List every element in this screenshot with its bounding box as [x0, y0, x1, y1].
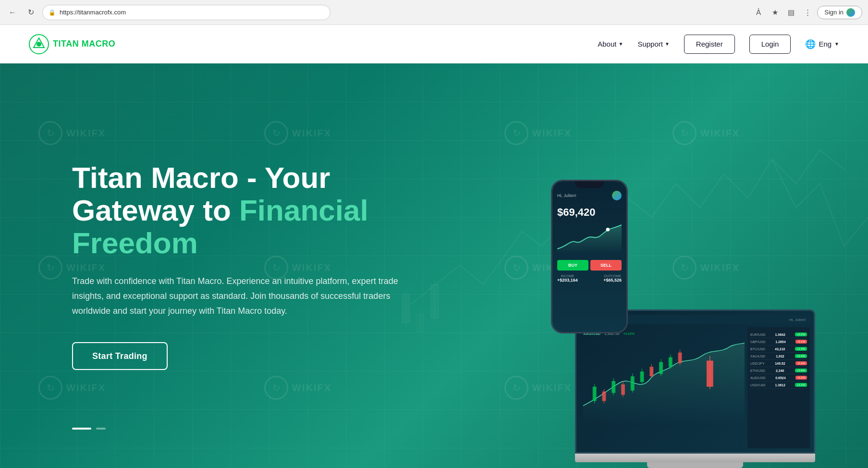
phone-avatar: [612, 191, 622, 200]
nav-support[interactable]: Support ▼: [637, 40, 669, 48]
phone-balance: $69,420: [557, 206, 622, 219]
hero-title: Titan Macro - Your Gateway to Financial …: [72, 161, 399, 260]
phone-screen: Hi, Julien! $69,420: [552, 181, 626, 332]
screen-right-panel: EUR/USD 1.0842 +0.2% GBP/USD 1.2654 -0.1…: [747, 327, 810, 448]
logo-icon: [29, 34, 49, 54]
panel-row-4: XAU/USD 1,932 +0.4%: [750, 353, 807, 360]
logo-link[interactable]: TITAN MACRO: [29, 34, 115, 54]
url-text: https://titanmacrofx.com: [60, 9, 126, 16]
login-button[interactable]: Login: [749, 35, 791, 54]
start-trading-button[interactable]: Start Trading: [72, 342, 168, 370]
support-chevron-icon: ▼: [665, 41, 670, 47]
hero-dots: [72, 428, 106, 430]
language-selector[interactable]: 🌐 Eng ▼: [805, 39, 839, 49]
svg-point-2: [37, 42, 41, 47]
navbar-nav: About ▼ Support ▼ Register Login 🌐 Eng ▼: [598, 35, 839, 54]
panel-row-6: ETH/USD 2,340 +0.8%: [750, 367, 807, 374]
register-button[interactable]: Register: [684, 35, 735, 54]
laptop-chart-svg: [583, 339, 745, 425]
phone-buy-btn[interactable]: BUY: [557, 260, 588, 271]
website: TITAN MACRO About ▼ Support ▼ Register L…: [0, 25, 868, 468]
screen-username-header: Hi, Julien!: [789, 318, 806, 322]
about-chevron-icon: ▼: [618, 41, 623, 47]
extensions-icon[interactable]: ▤: [784, 6, 798, 19]
svg-point-12: [606, 228, 610, 232]
browser-signin-label: Sign in: [824, 9, 844, 16]
dot-2[interactable]: [96, 428, 106, 430]
phone-header: Hi, Julien!: [557, 191, 622, 200]
phone-chart-svg: [557, 221, 622, 254]
phone-buy-sell: BUY SELL: [557, 260, 622, 271]
phone-income-stat: INCOME +$203,164: [557, 274, 578, 283]
forward-button[interactable]: ↻: [24, 6, 37, 19]
logo-text: TITAN MACRO: [53, 39, 115, 49]
panel-row-2: GBP/USD 1.2654 -0.1%: [750, 338, 807, 345]
panel-row-8: USD/CAD 1.3612 +0.1%: [750, 382, 807, 389]
screen-change-label: +0.42%: [623, 332, 635, 335]
phone-outcome-stat: OUTCOME +$65,526: [603, 274, 622, 283]
panel-row-7: AUD/USD 0.6524 -0.2%: [750, 374, 807, 382]
phone-stats: INCOME +$203,164 OUTCOME +$65,526: [557, 274, 622, 283]
back-button[interactable]: ←: [6, 6, 19, 19]
panel-row-3: BTC/USD 43,210 +1.4%: [750, 345, 807, 353]
lock-icon: 🔒: [49, 9, 56, 16]
browser-signin-avatar: [846, 8, 855, 17]
phone-greeting: Hi, Julien!: [557, 193, 576, 198]
phone-sell-btn[interactable]: SELL: [590, 260, 622, 271]
hero-devices: Hi, Julien! $69,420: [551, 170, 839, 468]
browser-menu-icon[interactable]: ⋮: [801, 6, 814, 19]
favorites-icon[interactable]: ★: [768, 6, 782, 19]
lang-chevron-icon: ▼: [834, 41, 839, 47]
laptop-base: [575, 454, 815, 462]
navbar: TITAN MACRO About ▼ Support ▼ Register L…: [0, 25, 868, 63]
panel-row-1: EUR/USD 1.0842 +0.2%: [750, 331, 807, 338]
dot-1[interactable]: [72, 428, 91, 430]
screen-main: XAU/USD 1,932.50 +0.42%: [580, 327, 747, 448]
browser-toolbar: Ȧ ★ ▤ ⋮ Sign in: [752, 6, 862, 19]
nav-about[interactable]: About ▼: [598, 40, 623, 48]
panel-row-5: USD/JPY 149.52 -0.3%: [750, 360, 807, 367]
laptop-screen-content: XAU/USD 1,932.50 +0.42%: [580, 327, 810, 448]
globe-icon: 🌐: [805, 39, 816, 49]
laptop-stand: [647, 462, 743, 468]
hero-subtitle: Trade with confidence with Titan Macro. …: [72, 274, 399, 318]
phone-mockup: Hi, Julien! $69,420: [551, 180, 628, 333]
browser-signin-button[interactable]: Sign in: [817, 6, 862, 19]
hero-section: ↻ WIKIFX ↻ WIKIFX ↻ WIKIFX ↻ WIKIFX ↻ WI…: [0, 63, 868, 468]
address-bar[interactable]: 🔒 https://titanmacrofx.com: [42, 5, 330, 20]
phone-notch: [575, 181, 604, 188]
translate-icon[interactable]: Ȧ: [752, 6, 765, 19]
browser-chrome: ← ↻ 🔒 https://titanmacrofx.com Ȧ ★ ▤ ⋮ …: [0, 0, 868, 25]
hero-content: Titan Macro - Your Gateway to Financial …: [0, 161, 399, 370]
